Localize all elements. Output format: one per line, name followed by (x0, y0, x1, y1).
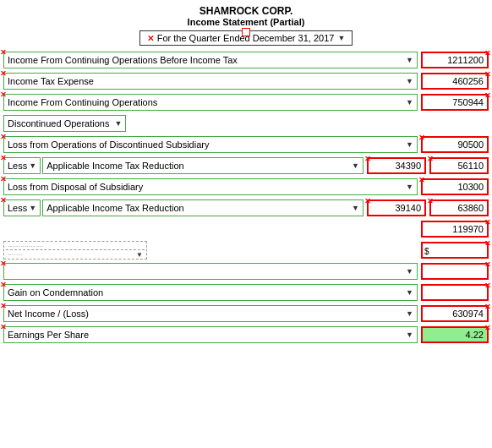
net-income-value: ✕ 630974 (421, 305, 489, 322)
close-icon[interactable]: ✕ (364, 155, 371, 163)
statement-title: Income Statement (Partial) (3, 17, 489, 27)
income-statement-table: ✕ Income From Continuing Operations Befo… (0, 49, 492, 348)
empty-label[interactable]: ✕ ▼ (3, 263, 418, 280)
dropdown-icon[interactable]: ▼ (114, 119, 122, 128)
dropdown-icon[interactable]: ▼ (406, 98, 413, 107)
eps-label[interactable]: ✕ Earnings Per Share ▼ (3, 326, 418, 343)
eps-row: ✕ Earnings Per Share ▼ ✕ 4.22 (3, 325, 489, 344)
close-icon[interactable]: ✕ (484, 49, 491, 57)
close-icon[interactable]: ✕ (0, 323, 7, 331)
close-icon[interactable]: ✕ (364, 197, 371, 205)
applicable-tax-row2: ✕ Less ▼ Applicable Income Tax Reduction… (3, 199, 489, 217)
close-icon[interactable]: ✕ (427, 155, 434, 163)
applicable1-value1: ✕ 34390 (367, 157, 426, 174)
dropdown-icon[interactable]: ▼ (29, 204, 36, 212)
dropdown-icon[interactable]: ▼ (406, 309, 413, 318)
dropdown-icon[interactable]: ▼ (352, 161, 359, 170)
dotted-section-row: ················· ······· ▼ ✕ $ (3, 241, 489, 260)
dropdown-icon[interactable]: ▼ (406, 140, 413, 149)
less1-label[interactable]: ✕ Less ▼ (3, 157, 41, 174)
dropdown-icon[interactable]: ▼ (29, 161, 36, 170)
applicable2-label[interactable]: Applicable Income Tax Reduction ▼ (42, 199, 364, 216)
income-from-ops-label[interactable]: ✕ Income From Continuing Operations ▼ (3, 94, 418, 111)
dotted-value-box: ✕ $ (421, 242, 489, 259)
gain-label[interactable]: ✕ Gain on Condemnation ▼ (3, 284, 418, 301)
close-icon[interactable]: ✕ (427, 197, 434, 205)
dropdown-icon[interactable]: ▼ (352, 204, 359, 212)
income-tax-label[interactable]: ✕ Income Tax Expense ▼ (3, 73, 418, 90)
eps-value: ✕ 4.22 (421, 326, 489, 343)
dropdown-icon[interactable]: ▼ (406, 331, 413, 339)
close-icon[interactable]: ✕ (484, 218, 491, 227)
empty-value-box: ✕ (421, 263, 489, 280)
close-icon[interactable]: ✕ (484, 91, 491, 100)
applicable2-value2: ✕ 63860 (429, 199, 489, 216)
company-name: SHAMROCK CORP. (3, 5, 489, 17)
close-icon[interactable]: ✕ (484, 260, 491, 269)
close-icon[interactable]: ✕ (484, 324, 491, 332)
close-icon[interactable]: ✕ (0, 302, 7, 310)
loss-disposal-value: ✕ 10300 (421, 178, 489, 195)
close-icon[interactable]: ✕ (0, 90, 7, 99)
close-icon[interactable]: ✕ (484, 70, 491, 79)
dropdown-icon[interactable]: ▼ (136, 251, 143, 259)
income-from-ops-value: ✕ 750944 (421, 94, 489, 111)
close-icon[interactable]: ✕ (0, 175, 7, 183)
close-icon[interactable]: ✕ (418, 134, 425, 142)
income-before-tax-row: ✕ Income From Continuing Operations Befo… (3, 51, 489, 69)
applicable1-label[interactable]: Applicable Income Tax Reduction ▼ (42, 157, 364, 174)
dropdown-icon[interactable]: ▼ (406, 77, 413, 85)
close-icon[interactable]: ✕ (0, 281, 7, 289)
close-icon[interactable]: ✕ (0, 154, 7, 162)
dropdown-icon[interactable]: ▼ (406, 288, 413, 297)
loss-disposal-label[interactable]: ✕ Loss from Disposal of Subsidiary ▼ (3, 178, 418, 195)
income-tax-value: ✕ 460256 (421, 73, 489, 90)
gain-value-box: ✕ (421, 284, 489, 301)
applicable2-value1: ✕ 39140 (367, 199, 426, 216)
income-from-ops-row: ✕ Income From Continuing Operations ▼ ✕ … (3, 93, 489, 112)
close-icon[interactable]: ✕ (418, 176, 425, 184)
net-income-label[interactable]: ✕ Net Income / (Loss) ▼ (3, 305, 418, 322)
close-icon[interactable]: ✕ (0, 196, 7, 205)
net-income-row: ✕ Net Income / (Loss) ▼ ✕ 630974 (3, 304, 489, 323)
close-icon[interactable]: ✕ (484, 239, 491, 248)
less2-label[interactable]: ✕ Less ▼ (3, 199, 41, 216)
close-icon[interactable]: ✕ (147, 34, 154, 43)
close-icon[interactable]: ✕ (0, 69, 7, 78)
dropdown-icon[interactable]: ▼ (406, 183, 413, 191)
loss-ops-label[interactable]: ✕ Loss from Operations of Discontinued S… (3, 136, 418, 153)
subtotal-value: ✕ 119970 (421, 221, 489, 238)
dropdown-icon[interactable]: ▼ (406, 56, 413, 64)
applicable-tax-row1: ✕ Less ▼ Applicable Income Tax Reduction… (3, 156, 489, 175)
period-label: For the Quarter Ended December 31, 2017 (157, 33, 335, 43)
discontinued-label[interactable]: Discontinued Operations ▼ (3, 115, 126, 132)
close-icon[interactable]: ✕ (0, 48, 7, 57)
close-icon[interactable]: ✕ (0, 260, 7, 268)
income-before-tax-value: ✕ 1211200 (421, 52, 489, 68)
close-icon[interactable]: ✕ (0, 133, 7, 141)
loss-ops-row: ✕ Loss from Operations of Discontinued S… (3, 135, 489, 154)
header: SHAMROCK CORP. Income Statement (Partial… (0, 0, 492, 49)
applicable1-value2: ✕ 56110 (429, 157, 489, 174)
income-tax-row: ✕ Income Tax Expense ▼ ✕ 460256 (3, 72, 489, 90)
loss-ops-value: ✕ 90500 (421, 136, 489, 153)
subtotal-row: ✕ 119970 (3, 220, 489, 238)
income-before-tax-label[interactable]: ✕ Income From Continuing Operations Befo… (3, 52, 418, 68)
discontinued-ops-row: Discontinued Operations ▼ (3, 114, 489, 133)
period-selector[interactable]: ✕ For the Quarter Ended December 31, 201… (139, 30, 353, 46)
gain-row: ✕ Gain on Condemnation ▼ ✕ (3, 283, 489, 302)
empty-label-row: ✕ ▼ ✕ (3, 262, 489, 281)
dropdown-icon[interactable]: ▼ (337, 34, 345, 42)
close-icon[interactable]: ✕ (484, 303, 491, 311)
dropdown-icon[interactable]: ▼ (406, 267, 413, 276)
close-icon[interactable]: ✕ (484, 281, 491, 290)
loss-disposal-row: ✕ Loss from Disposal of Subsidiary ▼ ✕ 1… (3, 178, 489, 196)
